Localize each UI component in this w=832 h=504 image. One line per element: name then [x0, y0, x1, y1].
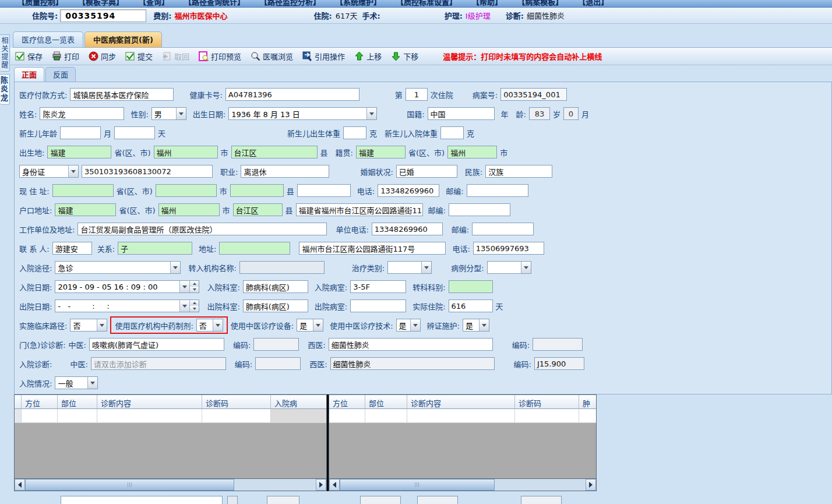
discharge-date-dropdown-button[interactable]	[179, 300, 189, 312]
grid-cell[interactable]	[202, 409, 271, 423]
occupation-input[interactable]: 离退休	[241, 165, 329, 178]
scroll-left-button[interactable]	[15, 479, 25, 491]
tab-back-side[interactable]: 反面	[45, 67, 76, 82]
column-header[interactable]: 方位	[329, 395, 365, 409]
tab-medical-info-overview[interactable]: 医疗信息一览表	[13, 31, 83, 47]
tcm-preparation-dropdown-button[interactable]	[213, 319, 223, 331]
admission-dept-input[interactable]: 肺病科(病区)	[243, 280, 308, 293]
print-preview-button[interactable]: 打印预览	[199, 51, 241, 62]
case-type-dropdown-button[interactable]	[521, 262, 531, 273]
grid-cell[interactable]	[407, 409, 515, 423]
menu-item[interactable]: 【系统维护】	[336, 0, 381, 7]
payment-input[interactable]: 城镇居民基本医疗保险	[70, 88, 174, 101]
household-province-input[interactable]: 福建	[55, 203, 116, 216]
scroll-right-button[interactable]	[316, 479, 326, 491]
column-header[interactable]: 诊断内容	[407, 395, 515, 409]
menu-item[interactable]: 【查询】	[139, 0, 169, 7]
clinical-path-select[interactable]: 否	[70, 319, 107, 332]
case-type-select[interactable]	[487, 261, 531, 274]
id-number-input[interactable]: 350103193608130072	[82, 165, 213, 178]
birth-date-dropdown-button[interactable]	[366, 108, 376, 119]
household-zip-input[interactable]	[449, 203, 510, 216]
sync-button[interactable]: 同步	[89, 51, 116, 62]
grid-cell[interactable]	[365, 409, 407, 423]
current-phone-input[interactable]: 13348269960	[378, 184, 439, 197]
health-card-input[interactable]: A04781396	[225, 88, 359, 101]
record-no-input[interactable]: 00335194_001	[500, 88, 567, 101]
grid-cell[interactable]	[515, 409, 579, 423]
work-unit-input[interactable]: 台江贸发局副食品管理所（原医改住院）	[77, 223, 327, 235]
current-province-input[interactable]	[52, 184, 114, 197]
admission-date-dropdown-button[interactable]	[179, 281, 189, 292]
household-city-input[interactable]: 福州	[158, 203, 220, 216]
sidebar-tab-patient[interactable]: 陈炎龙	[0, 74, 10, 105]
cutoff-input[interactable]	[360, 496, 401, 504]
discharge-ward-input[interactable]	[350, 299, 406, 312]
admission-condition-dropdown-button[interactable]	[87, 377, 97, 389]
id-type-select[interactable]: 身份证	[19, 165, 79, 178]
gender-select[interactable]: 男	[151, 107, 186, 120]
birth-date-select[interactable]: 1936 年 8 月 13 日	[228, 107, 377, 120]
household-county-input[interactable]: 台江区	[233, 203, 283, 216]
contact-phone-input[interactable]: 13506997693	[473, 242, 544, 255]
scroll-thumb[interactable]	[25, 479, 234, 491]
admission-condition-select[interactable]: 一般	[55, 376, 98, 389]
admission-path-select[interactable]: 急诊	[55, 261, 181, 274]
cite-operation-button[interactable]: 引用操作	[302, 51, 345, 62]
marital-input[interactable]: 已婚	[396, 165, 457, 178]
cutoff-input[interactable]	[417, 496, 458, 504]
current-county-input[interactable]	[230, 184, 284, 197]
birthplace-city-input[interactable]: 福州	[154, 146, 218, 158]
tcm-device-dropdown-button[interactable]	[313, 319, 323, 331]
print-button[interactable]: 打印	[52, 51, 79, 62]
native-province-input[interactable]: 福建	[356, 146, 406, 158]
grid-cell[interactable]	[58, 409, 97, 423]
grid-cell[interactable]	[579, 409, 596, 423]
admission-ward-input[interactable]: 3-5F	[350, 280, 406, 293]
name-input[interactable]: 陈炎龙	[40, 107, 124, 120]
transfer-dept-input[interactable]	[449, 280, 493, 293]
ethnic-input[interactable]: 汉族	[485, 165, 552, 178]
actual-stay-input[interactable]: 616	[449, 299, 493, 312]
tab-tcm-record-front-page[interactable]: 中医病案首页(新)	[84, 31, 162, 47]
scroll-left-button[interactable]	[329, 479, 340, 491]
menu-item[interactable]: 【质控标准设置】	[396, 0, 457, 7]
syndrome-nursing-select[interactable]: 是	[463, 319, 489, 332]
treat-type-dropdown-button[interactable]	[421, 262, 431, 273]
outpatient-western-input[interactable]: 细菌性肺炎	[329, 338, 493, 351]
scroll-track[interactable]	[340, 479, 586, 491]
id-type-dropdown-button[interactable]	[68, 165, 78, 177]
outpatient-tcm-input[interactable]: 咳嗽病(肺肾气虚证)	[89, 338, 224, 351]
column-header[interactable]: 诊断内容	[97, 395, 202, 409]
scroll-track[interactable]	[25, 479, 316, 491]
birthplace-province-input[interactable]: 福建	[47, 146, 111, 158]
newborn-adm-weight-input[interactable]	[440, 126, 464, 139]
grid-cell[interactable]	[271, 409, 326, 423]
column-header[interactable]: 诊断码	[202, 395, 271, 409]
scroll-right-button[interactable]	[586, 479, 596, 491]
grid-cell[interactable]	[97, 409, 202, 423]
grid-left-empty-row[interactable]	[15, 409, 326, 423]
household-detail-input[interactable]: 福建省福州市台江区南公园路通街11	[296, 203, 423, 216]
work-phone-input[interactable]: 13348269960	[372, 223, 443, 235]
menu-item[interactable]: 【模板字典】	[78, 0, 124, 7]
tcm-preparation-select[interactable]: 否	[196, 319, 223, 332]
column-header[interactable]: 入院病	[271, 395, 326, 409]
save-button[interactable]: 保存	[15, 51, 43, 62]
move-up-button[interactable]: 上移	[354, 51, 382, 62]
admission-tcm-input[interactable]: 请双击添加诊断	[91, 357, 226, 370]
admission-date-picker[interactable]: 2019 - 09 - 05 16 : 09 : 00	[55, 280, 199, 293]
menu-item[interactable]: 【路径监控分析】	[260, 0, 320, 7]
newborn-weight-input[interactable]	[343, 126, 366, 139]
syndrome-nursing-dropdown-button[interactable]	[479, 319, 489, 331]
discharge-date-picker[interactable]: - - : :	[55, 299, 199, 312]
discharge-dept-input[interactable]: 肺病科(病区)	[243, 299, 308, 312]
move-down-button[interactable]: 下移	[391, 51, 418, 62]
newborn-age-months-input[interactable]	[60, 126, 101, 139]
cutoff-input[interactable]	[521, 496, 562, 504]
cutoff-input[interactable]	[267, 496, 299, 504]
menu-item[interactable]: 【病案模板】	[517, 0, 563, 7]
admit-seq-input[interactable]: 1	[406, 88, 428, 101]
tcm-technique-dropdown-button[interactable]	[410, 319, 420, 331]
newborn-age-days-input[interactable]	[114, 126, 155, 139]
